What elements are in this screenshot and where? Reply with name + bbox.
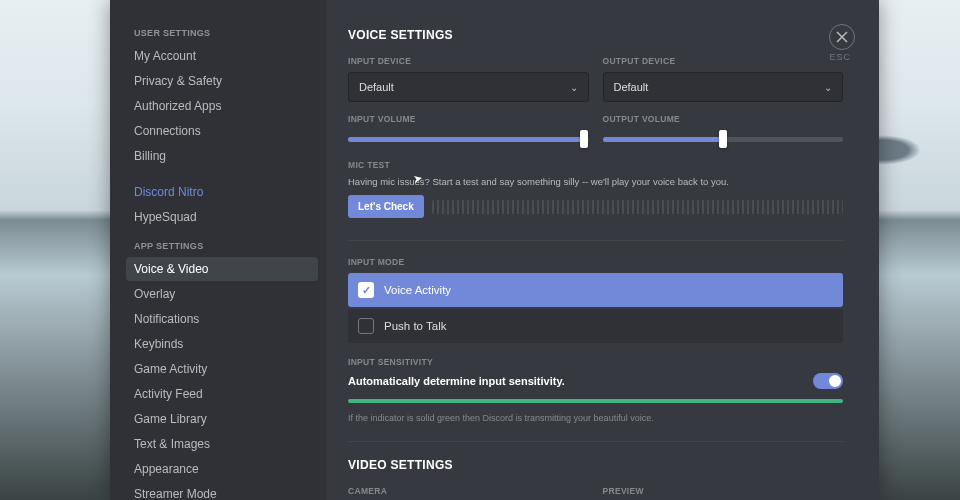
sidebar-item-appearance[interactable]: Appearance: [126, 457, 318, 481]
video-settings-title: VIDEO SETTINGS: [348, 458, 843, 472]
output-device-value: Default: [614, 81, 649, 93]
preview-label: PREVIEW: [603, 486, 844, 496]
mic-level-meter: [432, 200, 843, 214]
sidebar-item-keybinds[interactable]: Keybinds: [126, 332, 318, 356]
divider: [348, 240, 843, 241]
chevron-down-icon: ⌄: [824, 82, 832, 93]
mic-test-help: Having mic issues? Start a test and say …: [348, 176, 843, 187]
settings-window: USER SETTINGS My Account Privacy & Safet…: [110, 0, 879, 500]
input-volume-label: INPUT VOLUME: [348, 114, 589, 124]
sidebar-item-my-account[interactable]: My Account: [126, 44, 318, 68]
sidebar-item-streamer-mode[interactable]: Streamer Mode: [126, 482, 318, 500]
output-device-select[interactable]: Default ⌄: [603, 72, 844, 102]
settings-sidebar: USER SETTINGS My Account Privacy & Safet…: [110, 0, 326, 500]
sidebar-item-overlay[interactable]: Overlay: [126, 282, 318, 306]
camera-label: CAMERA: [348, 486, 589, 496]
sidebar-item-text-images[interactable]: Text & Images: [126, 432, 318, 456]
sidebar-item-nitro[interactable]: Discord Nitro: [126, 180, 318, 204]
push-to-talk-label: Push to Talk: [384, 320, 446, 332]
output-volume-slider[interactable]: [603, 130, 844, 148]
sensitivity-hint: If the indicator is solid green then Dis…: [348, 413, 843, 423]
sensitivity-indicator: [348, 399, 843, 403]
voice-settings-title: VOICE SETTINGS: [348, 28, 843, 42]
input-sensitivity-label: INPUT SENSITIVITY: [348, 357, 843, 367]
close-esc-label: ESC: [829, 52, 851, 62]
sidebar-item-hypesquad[interactable]: HypeSquad: [126, 205, 318, 229]
close-button[interactable]: [829, 24, 855, 50]
input-mode-push-to-talk[interactable]: Push to Talk: [348, 309, 843, 343]
input-mode-label: INPUT MODE: [348, 257, 843, 267]
voice-activity-label: Voice Activity: [384, 284, 451, 296]
sidebar-item-game-activity[interactable]: Game Activity: [126, 357, 318, 381]
sidebar-item-notifications[interactable]: Notifications: [126, 307, 318, 331]
chevron-down-icon: ⌄: [570, 82, 578, 93]
output-volume-label: OUTPUT VOLUME: [603, 114, 844, 124]
sidebar-item-authorized-apps[interactable]: Authorized Apps: [126, 94, 318, 118]
input-volume-slider[interactable]: [348, 130, 589, 148]
input-device-value: Default: [359, 81, 394, 93]
divider: [348, 441, 843, 442]
input-mode-voice-activity[interactable]: ✓ Voice Activity: [348, 273, 843, 307]
input-device-select[interactable]: Default ⌄: [348, 72, 589, 102]
settings-content: ESC VOICE SETTINGS INPUT DEVICE Default …: [326, 0, 879, 500]
output-device-label: OUTPUT DEVICE: [603, 56, 844, 66]
close-icon: [836, 31, 848, 43]
checkbox-empty-icon: [358, 318, 374, 334]
input-device-label: INPUT DEVICE: [348, 56, 589, 66]
lets-check-button[interactable]: Let's Check: [348, 195, 424, 218]
sidebar-header-app: APP SETTINGS: [134, 241, 318, 251]
checkbox-checked-icon: ✓: [358, 282, 374, 298]
sidebar-item-billing[interactable]: Billing: [126, 144, 318, 168]
mic-test-label: MIC TEST: [348, 160, 843, 170]
sidebar-item-activity-feed[interactable]: Activity Feed: [126, 382, 318, 406]
sidebar-header-user: USER SETTINGS: [134, 28, 318, 38]
sidebar-item-game-library[interactable]: Game Library: [126, 407, 318, 431]
auto-sensitivity-label: Automatically determine input sensitivit…: [348, 375, 565, 387]
sidebar-item-privacy[interactable]: Privacy & Safety: [126, 69, 318, 93]
sidebar-item-voice-video[interactable]: Voice & Video: [126, 257, 318, 281]
sidebar-item-connections[interactable]: Connections: [126, 119, 318, 143]
auto-sensitivity-toggle[interactable]: [813, 373, 843, 389]
